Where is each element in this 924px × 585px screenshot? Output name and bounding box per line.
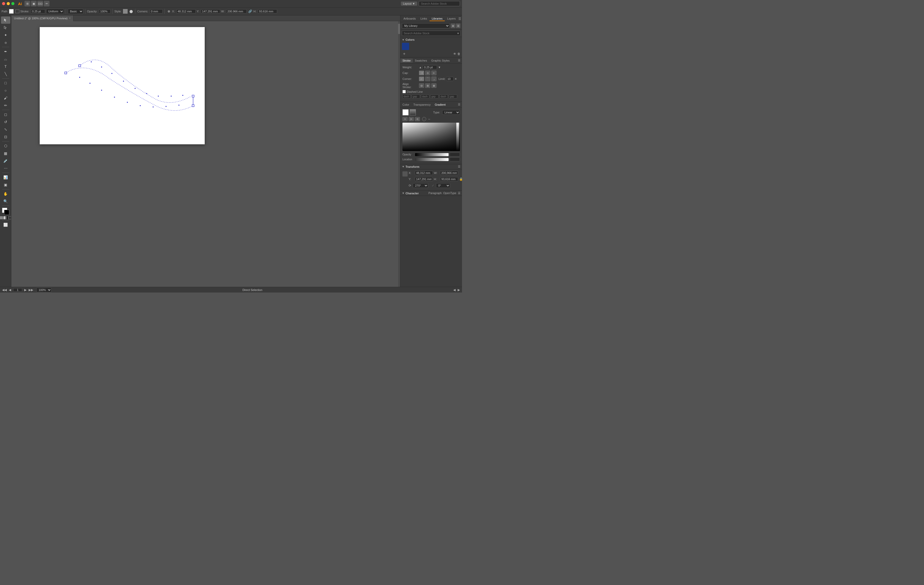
scrollbar-thumb[interactable]: [398, 24, 400, 34]
delete-icon[interactable]: 🗑: [457, 52, 460, 56]
direct-selection-tool[interactable]: [1, 24, 10, 31]
library-select[interactable]: My Library: [402, 23, 450, 28]
weight-up-icon[interactable]: ▲: [419, 66, 422, 69]
transform-header[interactable]: ▼ Transform ☰: [400, 164, 462, 169]
opacity-slider[interactable]: [415, 153, 449, 156]
solid-mode-btn[interactable]: [0, 216, 3, 219]
y-transform-input[interactable]: [415, 177, 433, 181]
character-header[interactable]: ▼ Character Paragraph OpenType ☰: [400, 191, 462, 196]
weight-input[interactable]: [423, 65, 437, 69]
list-view-btn[interactable]: ☰: [456, 23, 460, 28]
colors-section-header[interactable]: ▼ Colors: [402, 38, 460, 41]
gradient-reverse-btn[interactable]: ↔: [427, 117, 431, 121]
stroke-panel-menu[interactable]: ☰: [456, 59, 462, 62]
round-cap-btn[interactable]: ⊙: [425, 71, 430, 75]
tab-libraries[interactable]: Libraries: [429, 16, 444, 21]
zoom-tool[interactable]: 🔍: [1, 198, 10, 205]
scale-tool[interactable]: ⤡: [1, 126, 10, 133]
w-input[interactable]: [226, 9, 247, 13]
rect-tool[interactable]: □: [1, 79, 10, 87]
shear-select[interactable]: 0°: [436, 183, 450, 188]
vertical-scrollbar[interactable]: [398, 21, 400, 287]
transform-panel-menu[interactable]: ☰: [458, 165, 460, 168]
location-slider[interactable]: [415, 158, 449, 161]
fill-swatch[interactable]: [9, 9, 14, 14]
lock-ratio-icon[interactable]: 🔒: [459, 177, 462, 181]
status-prev-btn[interactable]: ◀: [453, 288, 455, 292]
panel-menu-icon[interactable]: ☰: [459, 17, 461, 21]
dash-input-1[interactable]: [403, 95, 411, 99]
gap-input-1[interactable]: [412, 95, 420, 99]
limit-close-icon[interactable]: ✕: [455, 77, 457, 81]
w-transform-input[interactable]: [440, 171, 458, 175]
opacity-grad-input[interactable]: [450, 153, 460, 157]
stroke-value-input[interactable]: [31, 9, 45, 13]
style-select[interactable]: Basic: [68, 9, 83, 14]
dash-input-3[interactable]: [440, 95, 448, 99]
tab-artboards[interactable]: Artboards: [401, 16, 418, 21]
gradient-tool[interactable]: ▦: [1, 150, 10, 157]
miter-join-btn[interactable]: ⌐: [419, 77, 424, 81]
column-graph-tool[interactable]: 📊: [1, 174, 10, 181]
search-stock-input[interactable]: [419, 1, 460, 6]
gradient-brightness-slider[interactable]: [456, 123, 459, 151]
stroke-swatch[interactable]: [15, 10, 19, 13]
magic-wand-tool[interactable]: ✦: [1, 31, 10, 39]
stroke-color-box[interactable]: [4, 210, 9, 215]
pencil-tool[interactable]: ✏: [1, 102, 10, 109]
free-transform-tool[interactable]: ⊡: [1, 133, 10, 140]
square-cap-btn[interactable]: ⊢: [431, 71, 436, 75]
h-input[interactable]: [258, 9, 277, 13]
transform-icon[interactable]: ⊕: [167, 9, 171, 14]
maximize-button[interactable]: [12, 2, 15, 5]
blend-tool[interactable]: ⋯: [1, 165, 10, 172]
color-swatch-item[interactable]: [402, 43, 409, 50]
nav-back-button[interactable]: ◀: [9, 288, 11, 292]
close-button[interactable]: [2, 2, 5, 5]
character-panel-menu[interactable]: ☰: [458, 191, 460, 195]
location-input[interactable]: [450, 157, 460, 161]
show-hidden-icon[interactable]: 👁: [453, 52, 456, 56]
grid-view-btn[interactable]: ⊞: [450, 23, 455, 28]
shape-builder-tool[interactable]: ⬡: [1, 142, 10, 150]
stroke-type-select[interactable]: Uniform: [46, 9, 64, 14]
gradient-stroke-opt2[interactable]: |≡: [409, 117, 414, 121]
page-number-input[interactable]: [13, 288, 22, 292]
gradient-stroke-opt3[interactable]: ≡|: [415, 117, 420, 121]
style-icon[interactable]: ⬤: [129, 9, 133, 14]
stroke-tab[interactable]: Stroke: [400, 58, 413, 63]
limit-input[interactable]: [446, 77, 454, 81]
rotation-select[interactable]: 270°: [413, 183, 428, 188]
zoom-select[interactable]: 100%: [36, 288, 51, 292]
dashed-line-checkbox[interactable]: [403, 90, 406, 93]
transparency-tab[interactable]: Transparency: [411, 102, 432, 107]
gradient-type-select[interactable]: Linear Radial: [442, 110, 460, 115]
tab-links[interactable]: Links: [418, 16, 429, 21]
bevel-join-btn[interactable]: ⌟: [431, 77, 436, 81]
lasso-tool[interactable]: ⌾: [1, 39, 10, 46]
link-icon[interactable]: 🔗: [248, 9, 252, 14]
weight-down-icon[interactable]: ▼: [438, 66, 441, 69]
artboard-tool[interactable]: ▣: [1, 181, 10, 188]
hand-tool[interactable]: ✋: [1, 190, 10, 198]
y-input[interactable]: [201, 9, 220, 13]
selection-tool[interactable]: [1, 16, 10, 24]
nav-prev-button[interactable]: ◀◀: [2, 288, 7, 292]
none-mode-btn[interactable]: [8, 216, 12, 219]
ellipse-tool[interactable]: ○: [1, 87, 10, 94]
eyedropper-tool[interactable]: 💉: [1, 157, 10, 165]
type-tool[interactable]: T: [1, 63, 10, 70]
tab-close-button[interactable]: ×: [69, 17, 71, 20]
eraser-tool[interactable]: ◻: [1, 111, 10, 118]
draw-mode-btn[interactable]: ⬜: [1, 221, 10, 228]
grid-icon[interactable]: ⊞: [25, 1, 30, 7]
align-center-btn[interactable]: ⊟: [419, 83, 424, 88]
paintbrush-tool[interactable]: 🖌: [1, 94, 10, 102]
gap-input-2[interactable]: [430, 95, 439, 99]
gradient-fill-swatch[interactable]: [403, 109, 409, 115]
opacity-input[interactable]: [99, 9, 111, 13]
pen-tool[interactable]: ✒: [1, 48, 10, 55]
h-transform-input[interactable]: [440, 177, 458, 181]
transform-reference-icon[interactable]: [403, 171, 408, 176]
align-outside-btn[interactable]: ⊠: [431, 83, 436, 88]
